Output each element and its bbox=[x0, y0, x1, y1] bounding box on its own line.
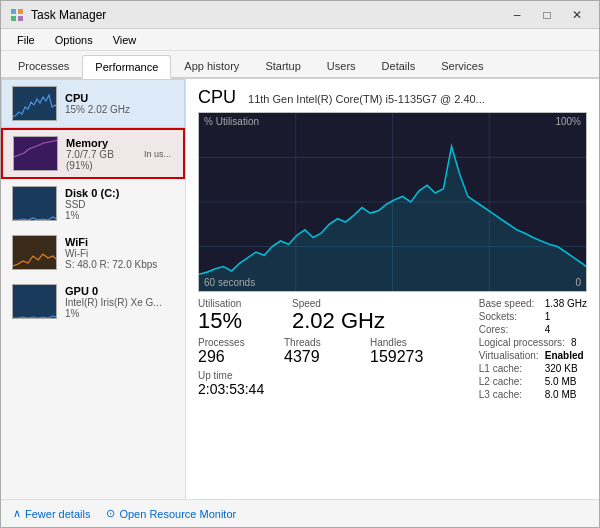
chart-100-label: 100% bbox=[555, 116, 581, 127]
disk-name: Disk 0 (C:) bbox=[65, 187, 174, 199]
sidebar: CPU 15% 2.02 GHz Memory 7.0/7.7 GB (91%)… bbox=[1, 79, 186, 499]
sidebar-item-wifi[interactable]: WiFi Wi-Fi S: 48.0 R: 72.0 Kbps bbox=[1, 228, 185, 277]
bottom-bar: ∧ Fewer details ⊙ Open Resource Monitor bbox=[1, 499, 599, 527]
wifi-sidebar-info: WiFi Wi-Fi S: 48.0 R: 72.0 Kbps bbox=[65, 236, 174, 270]
cpu-thumbnail bbox=[12, 86, 57, 121]
cpu-left-stats: Utilisation 15% Speed 2.02 GHz Processes… bbox=[198, 298, 471, 400]
close-button[interactable]: ✕ bbox=[563, 5, 591, 25]
sidebar-item-cpu[interactable]: CPU 15% 2.02 GHz bbox=[1, 79, 185, 128]
main-content: CPU 15% 2.02 GHz Memory 7.0/7.7 GB (91%)… bbox=[1, 79, 599, 499]
cpu-panel-title: CPU bbox=[198, 87, 236, 108]
svg-rect-0 bbox=[11, 9, 16, 14]
l1-cache-row: L1 cache: 320 KB bbox=[479, 363, 587, 374]
l3-cache-label: L3 cache: bbox=[479, 389, 539, 400]
chart-0-label: 0 bbox=[575, 277, 581, 288]
resource-monitor-icon: ⊙ bbox=[106, 507, 115, 520]
logical-processors-row: Logical processors: 8 bbox=[479, 337, 587, 348]
sidebar-item-gpu[interactable]: GPU 0 Intel(R) Iris(R) Xe G... 1% bbox=[1, 277, 185, 326]
memory-in-use: In us... bbox=[144, 149, 173, 159]
gpu-detail2: 1% bbox=[65, 308, 174, 319]
open-resource-monitor-button[interactable]: ⊙ Open Resource Monitor bbox=[106, 507, 236, 520]
menu-file[interactable]: File bbox=[9, 32, 43, 48]
base-speed-row: Base speed: 1.38 GHz bbox=[479, 298, 587, 309]
utilisation-value: 15% bbox=[198, 309, 268, 333]
cores-label: Cores: bbox=[479, 324, 539, 335]
gpu-name: GPU 0 bbox=[65, 285, 174, 297]
title-bar: Task Manager – □ ✕ bbox=[1, 1, 599, 29]
sockets-row: Sockets: 1 bbox=[479, 311, 587, 322]
sockets-value: 1 bbox=[545, 311, 551, 322]
gpu-thumbnail bbox=[12, 284, 57, 319]
task-manager-window: Task Manager – □ ✕ File Options View Pro… bbox=[0, 0, 600, 528]
handles-value: 159273 bbox=[370, 348, 440, 366]
uptime-label: Up time bbox=[198, 370, 471, 381]
handles-stat: Handles 159273 bbox=[370, 337, 440, 366]
threads-value: 4379 bbox=[284, 348, 354, 366]
speed-stat: Speed 2.02 GHz bbox=[292, 298, 385, 333]
memory-sidebar-info: Memory 7.0/7.7 GB (91%) bbox=[66, 137, 136, 171]
maximize-button[interactable]: □ bbox=[533, 5, 561, 25]
tab-details[interactable]: Details bbox=[369, 53, 429, 77]
sidebar-item-memory[interactable]: Memory 7.0/7.7 GB (91%) In us... bbox=[1, 128, 185, 179]
sockets-label: Sockets: bbox=[479, 311, 539, 322]
tab-performance[interactable]: Performance bbox=[82, 55, 171, 79]
svg-rect-1 bbox=[18, 9, 23, 14]
cores-value: 4 bbox=[545, 324, 551, 335]
chart-utilisation-label: % Utilisation bbox=[204, 116, 259, 127]
cpu-name: CPU bbox=[65, 92, 174, 104]
disk-detail: SSD bbox=[65, 199, 174, 210]
svg-rect-2 bbox=[11, 16, 16, 21]
cpu-panel-subtitle: 11th Gen Intel(R) Core(TM) i5-1135G7 @ 2… bbox=[248, 93, 485, 105]
menu-view[interactable]: View bbox=[105, 32, 145, 48]
processes-value: 296 bbox=[198, 348, 268, 366]
gpu-sidebar-info: GPU 0 Intel(R) Iris(R) Xe G... 1% bbox=[65, 285, 174, 319]
cpu-lower-stats: Utilisation 15% Speed 2.02 GHz Processes… bbox=[198, 298, 587, 400]
wifi-detail: Wi-Fi bbox=[65, 248, 174, 259]
svg-rect-3 bbox=[18, 16, 23, 21]
processes-label: Processes bbox=[198, 337, 268, 348]
gpu-detail: Intel(R) Iris(R) Xe G... bbox=[65, 297, 174, 308]
disk-thumbnail bbox=[12, 186, 57, 221]
menu-options[interactable]: Options bbox=[47, 32, 101, 48]
open-resource-monitor-label: Open Resource Monitor bbox=[119, 508, 236, 520]
threads-label: Threads bbox=[284, 337, 354, 348]
processes-threads-handles-row: Processes 296 Threads 4379 Handles 15927… bbox=[198, 337, 471, 366]
fewer-details-button[interactable]: ∧ Fewer details bbox=[13, 507, 90, 520]
virtualisation-row: Virtualisation: Enabled bbox=[479, 350, 587, 361]
base-speed-value: 1.38 GHz bbox=[545, 298, 587, 309]
cpu-chart-container: % Utilisation 100% 60 seconds 0 bbox=[198, 112, 587, 292]
sidebar-item-disk[interactable]: Disk 0 (C:) SSD 1% bbox=[1, 179, 185, 228]
threads-stat: Threads 4379 bbox=[284, 337, 354, 366]
cpu-chart-svg bbox=[199, 113, 586, 291]
minimize-button[interactable]: – bbox=[503, 5, 531, 25]
memory-name: Memory bbox=[66, 137, 136, 149]
l2-cache-label: L2 cache: bbox=[479, 376, 539, 387]
processes-stat: Processes 296 bbox=[198, 337, 268, 366]
window-title: Task Manager bbox=[31, 8, 503, 22]
cpu-right-stats: Base speed: 1.38 GHz Sockets: 1 Cores: 4… bbox=[479, 298, 587, 400]
memory-detail: 7.0/7.7 GB (91%) bbox=[66, 149, 136, 171]
wifi-detail2: S: 48.0 R: 72.0 Kbps bbox=[65, 259, 174, 270]
tab-app-history[interactable]: App history bbox=[171, 53, 252, 77]
cores-row: Cores: 4 bbox=[479, 324, 587, 335]
tab-processes[interactable]: Processes bbox=[5, 53, 82, 77]
virtualisation-label: Virtualisation: bbox=[479, 350, 539, 361]
cpu-detail: 15% 2.02 GHz bbox=[65, 104, 174, 115]
tab-startup[interactable]: Startup bbox=[252, 53, 313, 77]
window-controls: – □ ✕ bbox=[503, 5, 591, 25]
cpu-sidebar-info: CPU 15% 2.02 GHz bbox=[65, 92, 174, 115]
menu-bar: File Options View bbox=[1, 29, 599, 51]
tab-bar: Processes Performance App history Startu… bbox=[1, 51, 599, 79]
disk-sidebar-info: Disk 0 (C:) SSD 1% bbox=[65, 187, 174, 221]
speed-value: 2.02 GHz bbox=[292, 309, 385, 333]
disk-detail2: 1% bbox=[65, 210, 174, 221]
tab-users[interactable]: Users bbox=[314, 53, 369, 77]
memory-thumbnail bbox=[13, 136, 58, 171]
l3-cache-value: 8.0 MB bbox=[545, 389, 577, 400]
fewer-details-icon: ∧ bbox=[13, 507, 21, 520]
wifi-name: WiFi bbox=[65, 236, 174, 248]
tab-services[interactable]: Services bbox=[428, 53, 496, 77]
l3-cache-row: L3 cache: 8.0 MB bbox=[479, 389, 587, 400]
logical-processors-value: 8 bbox=[571, 337, 577, 348]
cpu-detail-panel: CPU 11th Gen Intel(R) Core(TM) i5-1135G7… bbox=[186, 79, 599, 499]
